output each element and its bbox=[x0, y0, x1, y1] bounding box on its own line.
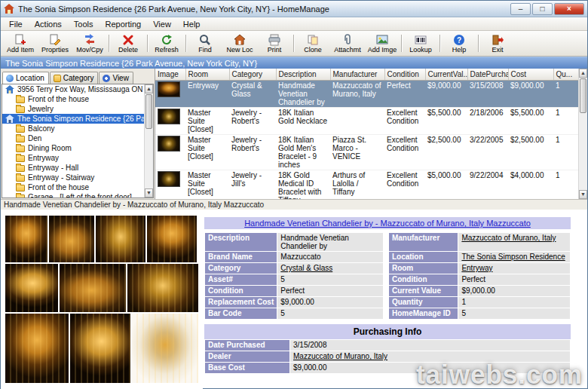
clone-button[interactable]: Clone bbox=[296, 32, 330, 55]
toolbar-separator bbox=[401, 35, 402, 52]
location-link[interactable]: The Sonia Simpson Residence bbox=[458, 252, 570, 262]
menu-tools[interactable]: Tools bbox=[68, 18, 100, 30]
menu-actions[interactable]: Actions bbox=[29, 18, 68, 30]
tree-item-entryway[interactable]: Entryway bbox=[2, 153, 144, 163]
cell-manufacturer: Mazzuccato of Murano, Italy bbox=[330, 80, 384, 107]
cell-manufacturer bbox=[330, 107, 384, 134]
view-tab-icon bbox=[103, 75, 110, 82]
tab-category[interactable]: Category bbox=[50, 72, 99, 84]
tree-item-front-of-house-1[interactable]: Front of the house bbox=[2, 94, 144, 104]
move-copy-button[interactable]: Mov/Cpy bbox=[72, 32, 107, 55]
tree-item-garage[interactable]: Garage - [Left of the front door] bbox=[2, 192, 144, 198]
exit-button[interactable]: Exit bbox=[480, 32, 515, 55]
toolbar-separator bbox=[109, 35, 109, 52]
chandelier-photo-2[interactable] bbox=[49, 216, 94, 262]
scroll-thumb[interactable] bbox=[580, 78, 586, 113]
table-row[interactable]: Master Suite [Closet] Jewelry - Robert's… bbox=[155, 107, 579, 134]
maximize-button[interactable]: □ bbox=[532, 3, 553, 15]
col-image[interactable]: Image bbox=[155, 69, 185, 80]
toolbar-separator bbox=[439, 35, 440, 52]
toolbar-label: Find bbox=[198, 46, 212, 54]
tree-item-residence-2-selected[interactable]: The Sonia Simpson Residence {26 Park Ave… bbox=[2, 114, 144, 124]
lookup-button[interactable]: Lookup bbox=[403, 32, 438, 55]
chandelier-photo-9[interactable] bbox=[70, 314, 130, 383]
cell-date-purchased: 9/22/2004 bbox=[467, 170, 508, 199]
chandelier-photo-3[interactable] bbox=[96, 216, 145, 262]
menu-file[interactable]: File bbox=[3, 18, 29, 30]
close-button[interactable]: × bbox=[554, 3, 584, 15]
tree-item-balcony[interactable]: Balcony bbox=[2, 124, 144, 133]
item-detail-title[interactable]: Handmade Venetian Chandelier by - Mazzuc… bbox=[204, 217, 571, 229]
tree-item-entryway-hall[interactable]: Entryway - Hall bbox=[2, 163, 144, 173]
table-row[interactable]: Entryway Crystal & Glass Handmade Veneti… bbox=[155, 80, 579, 107]
toolbar-separator bbox=[147, 35, 148, 52]
col-room[interactable]: Room bbox=[185, 69, 229, 80]
tree-item-dining-room[interactable]: Dining Room bbox=[2, 143, 144, 153]
col-manufacturer[interactable]: Manufacturer bbox=[330, 69, 384, 80]
tab-location[interactable]: Location bbox=[2, 72, 49, 84]
app-icon bbox=[4, 4, 14, 14]
add-image-button[interactable]: Add Imge bbox=[365, 32, 400, 55]
category-link[interactable]: Crystal & Glass bbox=[277, 263, 383, 274]
items-table-scrollbar[interactable]: ▲ ▼ bbox=[578, 69, 587, 199]
house-icon bbox=[5, 115, 14, 123]
table-row[interactable]: Master Suite [Closet] Jewelry - Jill's 1… bbox=[155, 170, 579, 199]
room-link[interactable]: Entryway bbox=[458, 263, 570, 274]
col-date-purchased[interactable]: DatePurchase bbox=[467, 69, 508, 80]
location-tree: 3956 Terry Fox Way, Mississauga ON Front… bbox=[2, 84, 154, 198]
add-item-button[interactable]: Add Item bbox=[3, 32, 38, 55]
folder-icon bbox=[16, 136, 25, 142]
tree-item-front-of-house-2[interactable]: Front of the house bbox=[2, 182, 144, 192]
manufacturer-link[interactable]: Mazzuccato of Murano, Italy bbox=[458, 233, 570, 251]
toolbar-label: Delete bbox=[118, 46, 138, 54]
col-quantity[interactable]: Qu... bbox=[553, 69, 579, 80]
field-value: Perfect bbox=[277, 286, 383, 296]
chandelier-photo-6[interactable] bbox=[60, 264, 126, 312]
tree-item-label: The Sonia Simpson Residence {26 Park Ave… bbox=[17, 115, 144, 123]
field-value: Mazzuccato bbox=[277, 252, 383, 262]
cell-description: Handmade Venetian Chandelier by bbox=[276, 80, 330, 107]
chandelier-photo-8[interactable] bbox=[5, 314, 69, 383]
print-button[interactable]: Print bbox=[257, 32, 292, 55]
menu-reporting[interactable]: Reporting bbox=[100, 18, 148, 30]
tree-item-den[interactable]: Den bbox=[2, 133, 144, 143]
chandelier-photo-10[interactable] bbox=[132, 314, 198, 383]
toolbar-label: Refresh bbox=[155, 46, 179, 54]
scroll-thumb[interactable] bbox=[145, 94, 152, 129]
chandelier-photo-4[interactable] bbox=[147, 216, 197, 262]
sidebar-tabs: Location Category View bbox=[1, 69, 155, 84]
scroll-down-arrow[interactable]: ▼ bbox=[579, 190, 587, 199]
chandelier-photo-1[interactable] bbox=[5, 216, 47, 262]
scroll-up-arrow[interactable]: ▲ bbox=[145, 84, 153, 93]
find-button[interactable]: Find bbox=[188, 32, 222, 55]
menu-view[interactable]: View bbox=[147, 18, 177, 30]
tree-item-residence-1[interactable]: 3956 Terry Fox Way, Mississauga ON bbox=[2, 84, 144, 94]
tree-scrollbar[interactable]: ▲ ▼ bbox=[144, 84, 153, 198]
properties-button[interactable]: Proprties bbox=[38, 32, 72, 55]
col-description[interactable]: Description bbox=[276, 69, 330, 80]
tab-view[interactable]: View bbox=[99, 72, 133, 84]
help-button[interactable]: ? Help bbox=[442, 32, 476, 55]
col-cost[interactable]: Cost bbox=[508, 69, 553, 80]
attachment-button[interactable]: Attachmt bbox=[330, 32, 365, 55]
tree-item-jewelry[interactable]: Jewelry bbox=[2, 104, 144, 114]
scroll-up-arrow[interactable]: ▲ bbox=[579, 69, 587, 78]
tree-item-entryway-stairway[interactable]: Entryway - Stairway bbox=[2, 173, 144, 182]
item-detail-title-link[interactable]: Handmade Venetian Chandelier by - Mazzuc… bbox=[244, 219, 531, 228]
col-condition[interactable]: Condition bbox=[384, 69, 425, 80]
menu-help[interactable]: Help bbox=[177, 18, 207, 30]
minimize-button[interactable]: – bbox=[510, 3, 531, 15]
scroll-down-arrow[interactable]: ▼ bbox=[145, 188, 153, 198]
table-row[interactable]: Master Suite [Closet] Jewelry - Robert's… bbox=[155, 134, 579, 170]
chandelier-photo-5[interactable] bbox=[5, 264, 58, 312]
field-gap bbox=[384, 274, 388, 285]
move-copy-icon bbox=[84, 34, 96, 46]
new-location-button[interactable]: New Loc bbox=[222, 32, 257, 55]
refresh-button[interactable]: Refresh bbox=[149, 32, 184, 55]
chandelier-photo-7[interactable] bbox=[127, 264, 198, 312]
delete-button[interactable]: Delete bbox=[111, 32, 145, 55]
tab-label: View bbox=[112, 74, 129, 82]
folder-icon bbox=[16, 96, 25, 103]
col-category[interactable]: Category bbox=[229, 69, 276, 80]
col-current-value[interactable]: CurrentVal... bbox=[425, 69, 467, 80]
